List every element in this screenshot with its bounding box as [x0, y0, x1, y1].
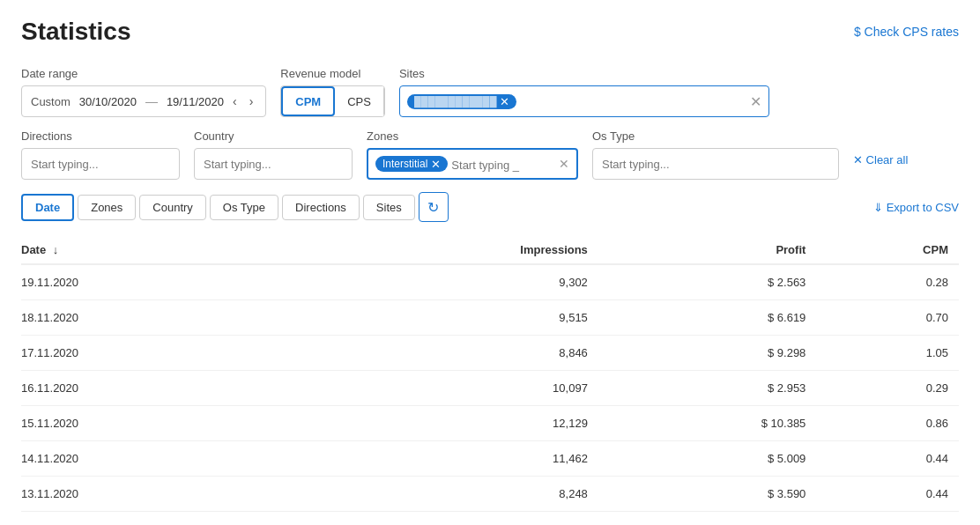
- statistics-table: Date ↓ Impressions Profit CPM 19.11.2020…: [21, 236, 959, 525]
- tab-directions[interactable]: Directions: [282, 195, 360, 220]
- cell-profit: $ 6.619: [598, 300, 816, 336]
- date-end: 19/11/2020: [167, 95, 224, 108]
- zone-chip: Interstitial ✕: [375, 156, 448, 172]
- cell-cpm: 0.29: [816, 371, 959, 406]
- zone-chip-label: Interstitial: [382, 158, 427, 170]
- cell-impressions: 8,248: [290, 477, 598, 512]
- country-label: Country: [194, 129, 353, 143]
- site-chip-label: ████████████: [414, 96, 497, 107]
- refresh-button[interactable]: ↻: [419, 192, 449, 222]
- table-header-row: Date ↓ Impressions Profit CPM: [21, 236, 959, 264]
- date-separator: —: [145, 94, 158, 108]
- col-header-impressions: Impressions: [290, 236, 598, 264]
- filter-row-1: Date range Custom 30/10/2020 — 19/11/202…: [21, 67, 959, 117]
- header: Statistics $ Check CPS rates: [21, 18, 959, 46]
- table-row: 19.11.2020 9,302 $ 2.563 0.28: [21, 264, 959, 300]
- cell-profit: $ 10.385: [598, 406, 816, 441]
- table-row: 13.11.2020 8,248 $ 3.590 0.44: [21, 477, 959, 512]
- clear-all-button[interactable]: ✕ Clear all: [853, 153, 908, 166]
- cell-date: 17.11.2020: [21, 336, 290, 371]
- export-csv-link[interactable]: ⇓ Export to CSV: [873, 201, 959, 214]
- zones-filter-group: Zones Interstitial ✕ ✕: [367, 129, 578, 180]
- cell-impressions: 10,097: [290, 371, 598, 406]
- country-filter-group: Country: [194, 129, 353, 180]
- revenue-model-group: Revenue model CPM CPS: [280, 67, 385, 117]
- sites-label: Sites: [399, 67, 769, 80]
- cell-date: 12.11.2020: [21, 512, 290, 526]
- table-row: 14.11.2020 11,462 $ 5.009 0.44: [21, 441, 959, 477]
- cell-profit: $ 1.767: [598, 512, 816, 526]
- zones-label: Zones: [367, 129, 578, 143]
- cell-date: 13.11.2020: [21, 477, 290, 512]
- zones-input[interactable]: Interstitial ✕ ✕: [367, 148, 578, 180]
- cell-date: 15.11.2020: [21, 406, 290, 441]
- refresh-icon: ↻: [427, 199, 439, 216]
- cell-cpm: 1.05: [816, 336, 959, 371]
- cell-impressions: 9,515: [290, 300, 598, 336]
- revenue-model-label: Revenue model: [280, 67, 385, 80]
- cell-profit: $ 2.953: [598, 371, 816, 406]
- os-type-filter-group: Os Type: [592, 129, 839, 180]
- check-cps-link[interactable]: $ Check CPS rates: [854, 25, 959, 39]
- cell-cpm: 0.44: [816, 477, 959, 512]
- sites-clear-button[interactable]: ✕: [750, 93, 761, 110]
- cell-impressions: 7,096: [290, 512, 598, 526]
- os-type-label: Os Type: [592, 129, 839, 143]
- download-icon: ⇓: [873, 201, 883, 214]
- tab-country[interactable]: Country: [139, 195, 206, 220]
- cell-profit: $ 2.563: [598, 264, 816, 300]
- sort-icon-date: ↓: [53, 243, 59, 256]
- date-range-input[interactable]: Custom 30/10/2020 — 19/11/2020 ‹ ›: [21, 85, 266, 117]
- directions-input[interactable]: [21, 148, 180, 180]
- sites-filter-group: Sites ████████████ ✕ ✕: [399, 67, 769, 117]
- date-range-group: Date range Custom 30/10/2020 — 19/11/202…: [21, 67, 266, 117]
- date-start: 30/10/2020: [79, 95, 137, 108]
- filter-row-2: Directions Country Zones Interstitial ✕ …: [21, 129, 959, 180]
- zone-chip-remove[interactable]: ✕: [431, 159, 441, 170]
- cell-cpm: 0.70: [816, 300, 959, 336]
- date-next-button[interactable]: ›: [246, 94, 257, 108]
- cell-date: 16.11.2020: [21, 371, 290, 406]
- cell-profit: $ 3.590: [598, 477, 816, 512]
- col-header-profit: Profit: [598, 236, 816, 264]
- cell-impressions: 11,462: [290, 441, 598, 477]
- cell-date: 18.11.2020: [21, 300, 290, 336]
- zones-dropdown-close[interactable]: ✕: [559, 157, 569, 171]
- revenue-cpm-button[interactable]: CPM: [281, 86, 335, 116]
- sites-input[interactable]: ████████████ ✕ ✕: [399, 85, 769, 117]
- cell-impressions: 12,129: [290, 406, 598, 441]
- tab-zones[interactable]: Zones: [78, 195, 136, 220]
- cell-cpm: 0.86: [816, 406, 959, 441]
- clear-all-group: x ✕ Clear all: [853, 129, 908, 166]
- date-prev-button[interactable]: ‹: [229, 94, 241, 108]
- page-title: Statistics: [21, 18, 131, 46]
- tab-date[interactable]: Date: [21, 194, 74, 221]
- col-header-date[interactable]: Date ↓: [21, 236, 290, 264]
- table-row: 17.11.2020 8,846 $ 9.298 1.05: [21, 336, 959, 371]
- col-header-cpm: CPM: [816, 236, 959, 264]
- directions-label: Directions: [21, 129, 180, 143]
- tab-sites[interactable]: Sites: [363, 195, 415, 220]
- export-label: Export to CSV: [887, 201, 959, 214]
- date-preset-label: Custom: [31, 95, 71, 108]
- country-input[interactable]: [194, 148, 353, 180]
- revenue-cps-button[interactable]: CPS: [335, 86, 384, 116]
- tab-os-type[interactable]: Os Type: [210, 195, 278, 220]
- table-row: 15.11.2020 12,129 $ 10.385 0.86: [21, 406, 959, 441]
- directions-filter-group: Directions: [21, 129, 180, 180]
- zones-type-input[interactable]: [451, 159, 522, 172]
- cell-cpm: 0.25: [816, 512, 959, 526]
- tabs-row: Date Zones Country Os Type Directions Si…: [21, 192, 959, 222]
- revenue-model-toggle: CPM CPS: [280, 85, 385, 117]
- cell-impressions: 8,846: [290, 336, 598, 371]
- site-chip-remove[interactable]: ✕: [500, 96, 509, 107]
- os-type-input[interactable]: [592, 148, 839, 180]
- cell-profit: $ 9.298: [598, 336, 816, 371]
- cell-impressions: 9,302: [290, 264, 598, 300]
- date-range-label: Date range: [21, 67, 266, 80]
- cell-date: 14.11.2020: [21, 441, 290, 477]
- cell-date: 19.11.2020: [21, 264, 290, 300]
- cell-cpm: 0.28: [816, 264, 959, 300]
- table-row: 12.11.2020 7,096 $ 1.767 0.25: [21, 512, 959, 526]
- table-row: 18.11.2020 9,515 $ 6.619 0.70: [21, 300, 959, 336]
